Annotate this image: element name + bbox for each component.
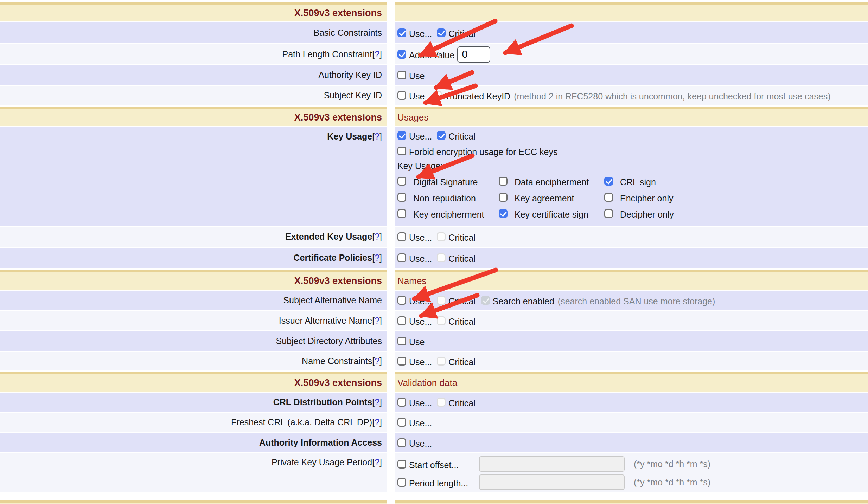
help-link[interactable]: [?]	[372, 417, 382, 427]
row-issuer-alternative-name: Issuer Alternative Name[?] Use... Critic…	[0, 311, 868, 330]
key-usage-option-label: Data encipherment	[515, 177, 589, 187]
help-question-icon: ?	[375, 417, 379, 427]
help-question-icon: ?	[375, 131, 379, 141]
non-repudiation-checkbox[interactable]	[397, 193, 406, 202]
truncated-keyid-label: Truncated KeyID	[445, 91, 510, 102]
row-label: Subject Key ID	[324, 90, 382, 101]
critical-checkbox	[437, 316, 446, 325]
help-link[interactable]: [?]	[372, 356, 382, 366]
help-question-icon: ?	[375, 316, 379, 325]
use-label: Use	[409, 91, 425, 102]
use-label: Use...	[409, 131, 432, 142]
use-checkbox[interactable]	[397, 253, 406, 262]
key-certificate-sign-checkbox[interactable]	[499, 209, 508, 218]
use-checkbox[interactable]	[397, 398, 406, 407]
help-link[interactable]: [?]	[372, 253, 382, 263]
use-label: Use	[409, 337, 425, 347]
critical-checkbox[interactable]	[437, 131, 446, 140]
key-usage-option-label: Decipher only	[620, 209, 674, 220]
forbid-ecc-encryption-label: Forbid encryption usage for ECC keys	[409, 147, 557, 157]
use-checkbox[interactable]	[397, 71, 406, 79]
use-checkbox[interactable]	[397, 316, 406, 325]
use-checkbox[interactable]	[397, 131, 406, 140]
section-title: X.509v3 extensions	[294, 276, 382, 286]
section-title: X.509v3 extensions	[294, 8, 382, 19]
start-offset-input[interactable]	[479, 456, 625, 472]
use-checkbox[interactable]	[397, 418, 406, 427]
period-length-unit-hint: (*y *mo *d *h *m *s)	[634, 477, 710, 487]
row-label: Basic Constraints	[313, 28, 382, 38]
row-label: Extended Key Usage	[285, 232, 372, 242]
row-label: Authority Information Access	[259, 438, 382, 448]
row-authority-key-id: Authority Key ID Use	[0, 65, 868, 85]
digital-signature-checkbox[interactable]	[397, 177, 406, 186]
row-certificate-policies: Certificate Policies[?] Use... Critical	[0, 248, 868, 268]
path-length-value-input[interactable]	[457, 46, 490, 63]
row-basic-constraints: Basic Constraints Use... Critical	[0, 22, 868, 43]
critical-label: Critical	[448, 357, 475, 367]
row-authority-information-access: Authority Information Access Use...	[0, 433, 868, 452]
use-checkbox[interactable]	[397, 357, 406, 366]
critical-checkbox	[437, 357, 446, 366]
row-label: Subject Alternative Name	[283, 295, 382, 305]
use-label: Use...	[409, 29, 432, 39]
help-link[interactable]: [?]	[372, 49, 382, 59]
certificate-profile-form: X.509v3 extensions Basic Constraints Use…	[0, 0, 868, 504]
truncated-keyid-checkbox	[433, 91, 442, 100]
row-subject-directory-attributes: Subject Directory Attributes Use	[0, 331, 868, 351]
critical-checkbox[interactable]	[437, 28, 446, 37]
use-label: Use...	[409, 398, 432, 408]
use-checkbox[interactable]	[397, 296, 406, 305]
add-checkbox[interactable]	[397, 50, 406, 59]
help-link[interactable]: [?]	[372, 457, 382, 467]
row-label: Path Length Constraint	[282, 49, 372, 59]
help-link[interactable]: [?]	[372, 316, 382, 326]
section-header-extensions: X.509v3 extensions	[0, 2, 868, 21]
section-subtitle: Validation data	[397, 377, 457, 388]
help-question-icon: ?	[375, 397, 379, 407]
add-label: Add...	[409, 50, 432, 60]
section-title: X.509v3 extensions	[294, 377, 382, 388]
row-key-usage: Key Usage[?] Use... Critical Forbid encr…	[0, 127, 868, 226]
search-enabled-checkbox	[481, 296, 490, 305]
row-label: Name Constraints	[302, 356, 372, 366]
crl-sign-checkbox[interactable]	[604, 177, 613, 186]
key-encipherment-checkbox[interactable]	[397, 209, 406, 218]
use-label: Use...	[409, 317, 432, 327]
data-encipherment-checkbox[interactable]	[499, 177, 508, 186]
use-checkbox[interactable]	[397, 232, 406, 241]
key-usage-option-label: Key encipherment	[413, 209, 484, 220]
start-offset-checkbox[interactable]	[397, 460, 406, 469]
row-label: CRL Distribution Points	[273, 397, 372, 407]
period-length-input[interactable]	[479, 474, 625, 490]
use-label: Use...	[409, 296, 432, 306]
forbid-ecc-encryption-checkbox[interactable]	[397, 147, 406, 155]
help-link[interactable]: [?]	[372, 131, 382, 142]
search-enabled-note: (search enabled SAN use more storage)	[558, 296, 715, 306]
help-link[interactable]: [?]	[372, 397, 382, 407]
key-usage-option-label: Key agreement	[515, 193, 574, 203]
key-usage-option-label: Key certificate sign	[515, 209, 588, 220]
section-title: X.509v3 extensions	[294, 112, 382, 123]
row-label: Certificate Policies	[293, 253, 372, 263]
key-agreement-checkbox[interactable]	[499, 193, 508, 202]
use-checkbox[interactable]	[397, 28, 406, 37]
encipher-only-checkbox[interactable]	[604, 193, 613, 202]
help-link[interactable]: [?]	[372, 232, 382, 242]
use-label: Use	[409, 71, 425, 81]
use-checkbox[interactable]	[397, 337, 406, 345]
section-header-names: X.509v3 extensions Names	[0, 270, 868, 290]
use-label: Use...	[409, 439, 432, 449]
period-length-checkbox[interactable]	[397, 478, 406, 487]
section-header-validation-data: X.509v3 extensions Validation data	[0, 372, 868, 392]
value-label: Value	[433, 50, 454, 60]
period-length-label: Period length...	[409, 478, 468, 489]
decipher-only-checkbox[interactable]	[604, 209, 613, 218]
critical-label: Critical	[448, 29, 475, 39]
row-freshest-crl: Freshest CRL (a.k.a. Delta CRL DP)[?] Us…	[0, 413, 868, 432]
use-checkbox[interactable]	[397, 438, 406, 447]
use-checkbox[interactable]	[397, 91, 406, 100]
row-label: Subject Directory Attributes	[276, 336, 382, 346]
row-label: Authority Key ID	[318, 70, 382, 80]
critical-label: Critical	[448, 233, 475, 243]
